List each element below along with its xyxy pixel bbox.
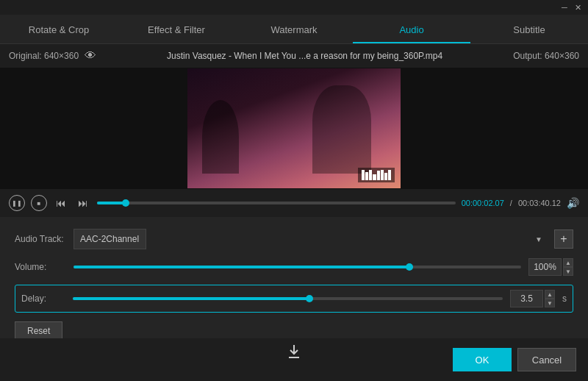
select-arrow-icon: ▼ (535, 235, 542, 243)
volume-row: Volume: 100% ▲ ▼ (15, 258, 573, 276)
output-resolution: Output: 640×360 (513, 51, 579, 61)
prev-button[interactable]: ⏮ (53, 195, 69, 211)
audio-track-row: Audio Track: AAC-2Channel ▼ + (15, 229, 573, 249)
delay-fill (73, 297, 309, 300)
tab-rotate-crop[interactable]: Rotate & Crop (0, 17, 118, 43)
audio-track-select[interactable]: AAC-2Channel (74, 229, 146, 249)
download-arrow-icon (285, 343, 303, 363)
delay-unit: s (562, 293, 567, 304)
volume-value: 100% (528, 258, 562, 276)
eye-icon[interactable]: 👁 (85, 49, 96, 63)
volume-thumb (406, 263, 413, 271)
volume-slider[interactable] (74, 266, 521, 268)
close-button[interactable]: ✕ (573, 3, 582, 12)
track-select-container: AAC-2Channel ▼ + (74, 229, 573, 249)
progress-bar[interactable] (97, 202, 456, 204)
video-watermark (358, 168, 395, 182)
audio-track-label: Audio Track: (15, 234, 66, 244)
delay-up-button[interactable]: ▲ (545, 290, 555, 299)
delay-spinners: ▲ ▼ (545, 290, 555, 307)
tab-audio[interactable]: Audio (353, 17, 470, 43)
delay-slider[interactable] (73, 297, 503, 300)
stop-button[interactable]: ■ (31, 195, 47, 211)
tab-effect-filter[interactable]: Effect & Filter (118, 17, 235, 43)
title-bar: ─ ✕ (0, 0, 588, 15)
volume-spinners: ▲ ▼ (563, 258, 573, 276)
delay-value: 3.5 (510, 290, 543, 307)
info-bar: Original: 640×360 👁 Justin Vasquez - Whe… (0, 44, 588, 68)
delay-down-button[interactable]: ▼ (545, 299, 555, 307)
video-preview-area (0, 68, 588, 189)
pause-button[interactable]: ❚❚ (9, 195, 25, 211)
ok-button[interactable]: OK (453, 348, 512, 371)
time-separator: / (510, 199, 512, 207)
track-select-wrapper: AAC-2Channel ▼ (74, 229, 548, 249)
current-time: 00:00:02.07 (462, 199, 504, 207)
bottom-area: OK Cancel (0, 338, 588, 381)
volume-up-button[interactable]: ▲ (563, 258, 573, 267)
volume-label: Volume: (15, 262, 66, 272)
delay-label: Delay: (21, 293, 65, 304)
delay-row: Delay: 3.5 ▲ ▼ s (15, 285, 573, 313)
volume-icon[interactable]: 🔊 (567, 197, 579, 209)
volume-fill (74, 266, 409, 268)
minimize-button[interactable]: ─ (560, 3, 569, 12)
filename-label: Justin Vasquez - When I Met You ...e a r… (167, 51, 442, 61)
tab-subtitle[interactable]: Subtitle (470, 17, 588, 43)
volume-value-container: 100% ▲ ▼ (528, 258, 573, 276)
person-silhouette-1 (202, 100, 239, 174)
audio-panel: Audio Track: AAC-2Channel ▼ + Volume: 10… (0, 217, 588, 349)
add-track-button[interactable]: + (554, 229, 573, 249)
barcode-icon (362, 170, 391, 180)
volume-down-button[interactable]: ▼ (563, 267, 573, 276)
progress-thumb (122, 199, 129, 207)
delay-thumb (306, 295, 313, 302)
tab-watermark[interactable]: Watermark (235, 17, 353, 43)
original-resolution: Original: 640×360 (9, 51, 79, 61)
total-time: 00:03:40.12 (518, 199, 561, 207)
player-controls: ❚❚ ■ ⏮ ⏭ 00:00:02.07 / 00:03:40.12 🔊 (0, 189, 588, 217)
next-button[interactable]: ⏭ (75, 195, 91, 211)
tab-bar: Rotate & Crop Effect & Filter Watermark … (0, 15, 588, 44)
person-silhouette-2 (312, 85, 371, 174)
video-frame (187, 68, 401, 188)
delay-value-container: 3.5 ▲ ▼ (510, 290, 555, 307)
cancel-button[interactable]: Cancel (517, 348, 576, 371)
